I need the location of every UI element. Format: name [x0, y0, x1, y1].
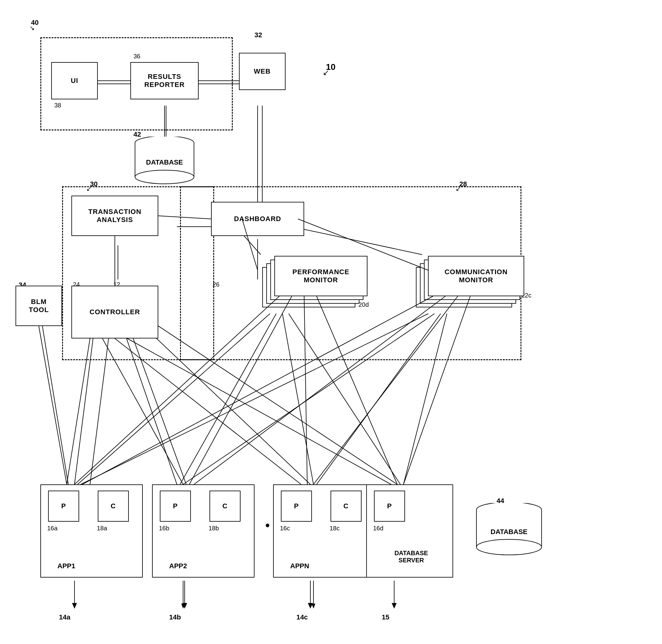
label-16a: 16a — [47, 525, 57, 532]
label-14b: 14b — [169, 613, 181, 621]
label-18a: 18a — [97, 525, 107, 532]
label-32: 32 — [255, 31, 262, 39]
web-box: WEB — [239, 53, 286, 90]
svg-marker-60 — [182, 603, 187, 608]
transaction-analysis-box: TRANSACTIONANALYSIS — [71, 196, 158, 236]
dashboard-box: DASHBOARD — [211, 202, 304, 236]
label-20d: 20d — [358, 301, 369, 308]
label-18b: 18b — [209, 525, 219, 532]
diagram-container: 40 ↘ UI 38 36 RESULTSREPORTER 32 WEB 10 … — [0, 0, 662, 644]
cn-box: C — [331, 490, 361, 522]
svg-point-69 — [476, 539, 542, 555]
appn-label: APPN — [290, 562, 309, 570]
c1-box: C — [98, 490, 129, 522]
label-16c: 16c — [280, 525, 290, 532]
svg-text:DATABASE: DATABASE — [491, 528, 528, 536]
svg-line-45 — [67, 339, 90, 484]
label-15: 15 — [382, 613, 389, 621]
label-14c: 14c — [297, 613, 308, 621]
controller-box: CONTROLLER — [71, 286, 158, 339]
svg-marker-58 — [72, 603, 77, 608]
svg-marker-29 — [312, 604, 315, 608]
svg-marker-25 — [73, 604, 76, 608]
p2-box: P — [160, 490, 191, 522]
label-38: 38 — [54, 102, 61, 109]
blm-tool-box: BLMTOOL — [16, 286, 62, 326]
svg-text:DATABASE: DATABASE — [146, 158, 183, 166]
app1-label: APP1 — [57, 562, 75, 570]
cylinder-top-svg: DATABASE — [134, 137, 195, 186]
label-16b: 16b — [159, 525, 169, 532]
svg-line-47 — [115, 339, 301, 484]
app2-label: APP2 — [169, 562, 187, 570]
pn-box: P — [281, 490, 312, 522]
svg-marker-27 — [181, 604, 185, 608]
results-reporter-box: RESULTSREPORTER — [131, 62, 198, 99]
ui-box: UI — [51, 62, 98, 99]
pd-box: P — [374, 490, 405, 522]
cylinder-bottom-svg: DATABASE — [475, 503, 543, 559]
svg-marker-64 — [392, 603, 397, 608]
svg-marker-62 — [308, 603, 313, 608]
perf-monitor-20a: PERFORMANCEMONITOR — [274, 256, 368, 296]
svg-line-48 — [127, 339, 391, 484]
comm-monitor-22a: COMMUNICATIONMONITOR — [428, 256, 524, 296]
dbserver-label: DATABASESERVER — [368, 550, 455, 564]
c2-box: C — [210, 490, 240, 522]
svg-line-46 — [102, 339, 183, 484]
label-36: 36 — [134, 53, 140, 60]
label-26: 26 — [213, 281, 219, 288]
svg-point-34 — [135, 170, 194, 184]
p1-box: P — [48, 490, 79, 522]
label-18c: 18c — [330, 525, 339, 532]
label-16d: 16d — [373, 525, 383, 532]
label-14a: 14a — [59, 613, 70, 621]
